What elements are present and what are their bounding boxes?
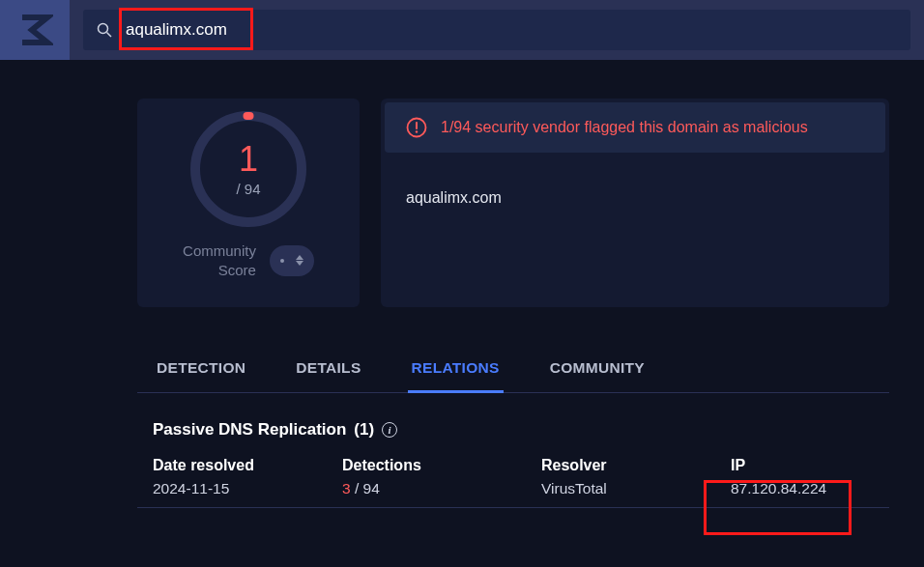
th-date: Date resolved <box>153 457 342 474</box>
tab-detection[interactable]: DETECTION <box>153 346 249 392</box>
svg-point-0 <box>99 24 108 34</box>
det-den: / 94 <box>351 480 380 496</box>
tab-community[interactable]: COMMUNITY <box>546 346 649 392</box>
warning-text: 1/94 security vendor flagged this domain… <box>441 119 808 136</box>
community-score: Community Score <box>183 241 314 279</box>
svg-point-5 <box>416 130 418 132</box>
community-score-label-1: Community <box>183 241 256 261</box>
top-bar: aqualimx.com <box>0 0 924 60</box>
tab-details[interactable]: DETAILS <box>292 346 364 392</box>
section-count: (1) <box>354 420 374 439</box>
ring-indicator-icon <box>244 112 254 120</box>
td-resolver: VirusTotal <box>541 480 731 497</box>
search-icon <box>97 22 112 38</box>
chevron-down-icon <box>296 261 303 266</box>
domain-name: aqualimx.com <box>381 156 889 240</box>
score-numerator: 1 <box>236 142 260 177</box>
vote-stepper[interactable] <box>270 245 314 276</box>
community-score-label-2: Score <box>183 261 256 280</box>
th-ip: IP <box>731 457 876 474</box>
chevron-up-icon <box>296 255 303 260</box>
th-resolver: Resolver <box>541 457 731 474</box>
tab-relations[interactable]: RELATIONS <box>408 346 504 392</box>
logo[interactable] <box>0 0 70 60</box>
dot-icon <box>280 259 284 263</box>
info-icon[interactable]: i <box>382 422 397 438</box>
th-detections: Detections <box>342 457 541 474</box>
score-denominator: / 94 <box>236 181 260 197</box>
td-date: 2024-11-15 <box>153 480 342 497</box>
info-card: 1/94 security vendor flagged this domain… <box>381 99 889 307</box>
tabs: DETECTION DETAILS RELATIONS COMMUNITY <box>137 346 889 393</box>
svg-line-1 <box>107 33 112 38</box>
td-ip[interactable]: 87.120.84.224 <box>731 480 876 497</box>
search-value: aqualimx.com <box>126 20 227 40</box>
dns-table: Date resolved 2024-11-15 Detections 3 / … <box>137 457 889 508</box>
score-card: 1 / 94 Community Score <box>137 99 360 307</box>
search-input[interactable]: aqualimx.com <box>83 10 910 50</box>
alert-circle-icon <box>406 117 427 138</box>
main-content: 1 / 94 Community Score <box>0 60 924 508</box>
sigma-logo-icon <box>16 12 53 48</box>
td-detections: 3 / 94 <box>342 480 541 497</box>
det-num: 3 <box>342 480 351 496</box>
score-ring: 1 / 94 <box>189 110 307 228</box>
warning-banner: 1/94 security vendor flagged this domain… <box>385 102 885 153</box>
section-title: Passive DNS Replication <box>153 420 346 439</box>
section-header: Passive DNS Replication (1) i <box>137 393 889 457</box>
